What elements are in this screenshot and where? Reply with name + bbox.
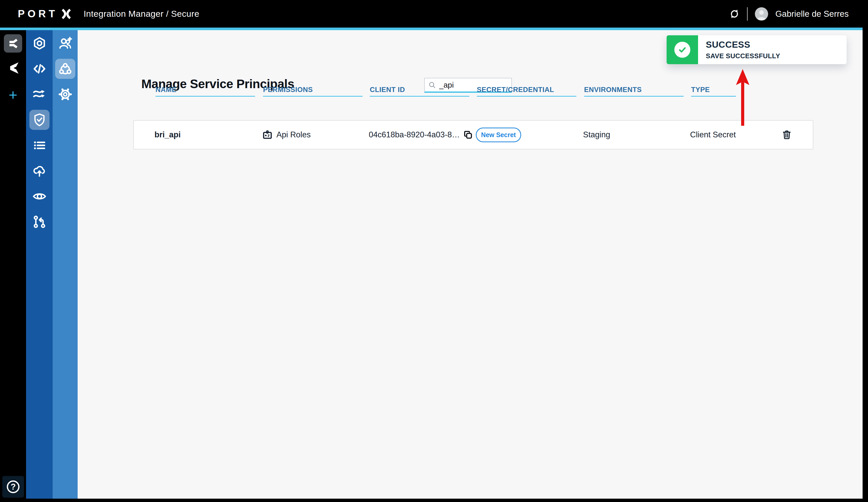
- portx-logo-text: PORT: [18, 8, 58, 20]
- row-permissions: Api Roles: [262, 129, 369, 140]
- success-toast: SUCCESS SAVE SUCCESSFULLY: [666, 35, 847, 64]
- delete-row-button[interactable]: [781, 129, 793, 141]
- service-principals-table: NAME PERMISSIONS CLIENT ID SECRET/CREDEN…: [133, 86, 813, 97]
- table-header-row: NAME PERMISSIONS CLIENT ID SECRET/CREDEN…: [133, 86, 813, 97]
- add-button[interactable]: +: [9, 87, 18, 102]
- column-header-client-id: CLIENT ID: [370, 86, 477, 97]
- refresh-button[interactable]: [728, 8, 740, 20]
- column-header-environments: ENVIRONMENTS: [584, 86, 691, 97]
- user-menu-button[interactable]: [754, 7, 769, 21]
- trash-icon: [781, 129, 793, 141]
- row-name: bri_api: [154, 130, 262, 139]
- sidebar-item-user-add[interactable]: [55, 33, 75, 53]
- cloud-upload-icon: [32, 164, 47, 178]
- sidebar-tertiary: [53, 30, 78, 499]
- sidebar-primary: + ?: [0, 30, 26, 499]
- user-add-icon: [58, 36, 73, 51]
- sidebar-item-flows[interactable]: [29, 84, 50, 104]
- help-button[interactable]: ?: [2, 476, 24, 498]
- column-header-permissions: PERMISSIONS: [263, 86, 370, 97]
- gear-icon: [58, 87, 73, 102]
- code-icon: [32, 61, 47, 76]
- main-content: Manage Service Principals NAME PERMISSIO…: [78, 30, 862, 499]
- refresh-icon: [728, 8, 740, 20]
- row-client-id: 04c618ba-8920-4a03-8…: [369, 129, 476, 140]
- sidebar-item-c-product[interactable]: [5, 60, 21, 76]
- column-header-type: TYPE: [691, 86, 813, 97]
- app-breadcrumb-title: Integration Manager / Secure: [84, 9, 199, 19]
- toast-icon-panel: [666, 35, 698, 64]
- portx-app-icon: [7, 38, 19, 50]
- sidebar-item-service-hub-selected[interactable]: [55, 59, 75, 79]
- check-circle-icon: [674, 42, 690, 58]
- row-secret-action: New Secret: [476, 127, 583, 142]
- table-row: bri_api Api Roles 04c618ba-8: [133, 120, 813, 149]
- sidebar-item-settings-gear[interactable]: [55, 84, 75, 104]
- sidebar-item-pull-request[interactable]: [29, 212, 50, 232]
- flows-shuffle-icon: [32, 87, 47, 102]
- new-secret-button[interactable]: New Secret: [476, 127, 521, 142]
- user-name: Gabrielle de Serres: [775, 9, 849, 19]
- sidebar-item-settings-nut[interactable]: [29, 33, 50, 53]
- topbar-divider: [747, 7, 747, 21]
- column-header-secret: SECRET/CREDENTIAL: [477, 86, 584, 97]
- topbar: PORT Integration Manager / Secure: [0, 0, 868, 28]
- copy-client-id-button[interactable]: [463, 129, 473, 140]
- sidebar-item-security-selected[interactable]: [29, 110, 50, 130]
- eye-icon: [32, 189, 47, 204]
- plus-icon: +: [9, 86, 18, 103]
- c-product-logo-icon: [5, 60, 21, 76]
- accent-line: [0, 28, 862, 30]
- shield-check-icon: [32, 112, 47, 127]
- sidebar-item-deploy[interactable]: [29, 161, 50, 181]
- hex-nut-icon: [32, 36, 47, 51]
- toast-message: SAVE SUCCESSFULLY: [706, 52, 847, 60]
- sidebar-secondary: [26, 30, 53, 499]
- badge-icon: [262, 129, 277, 140]
- portx-logo: PORT: [18, 8, 72, 20]
- row-type: Client Secret: [690, 130, 813, 139]
- pull-request-icon: [32, 215, 47, 229]
- row-environments: Staging: [583, 130, 690, 139]
- avatar: [754, 7, 769, 21]
- help-question-icon: ?: [5, 479, 21, 495]
- service-hub-icon: [58, 61, 73, 76]
- copy-icon: [463, 129, 473, 140]
- portx-x-mark-icon: [61, 8, 72, 20]
- annotation-arrow-up: [735, 69, 750, 126]
- column-header-name: NAME: [155, 86, 263, 97]
- sidebar-item-observe[interactable]: [29, 186, 50, 207]
- toast-title: SUCCESS: [706, 40, 847, 50]
- svg-text:?: ?: [11, 482, 16, 491]
- sidebar-item-portx-app[interactable]: [4, 34, 22, 53]
- sidebar-item-code[interactable]: [29, 59, 50, 79]
- list-icon: [32, 138, 47, 153]
- sidebar-item-list[interactable]: [29, 135, 50, 155]
